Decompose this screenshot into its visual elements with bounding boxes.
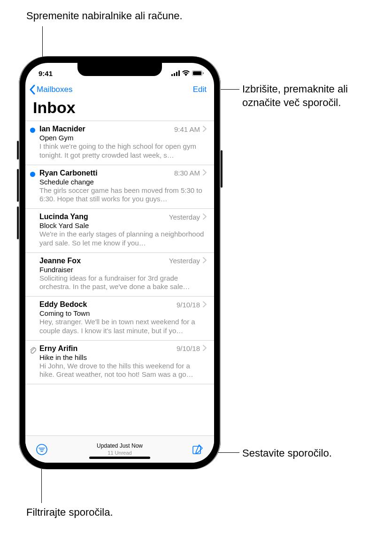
filter-icon [36, 443, 48, 456]
callout-filter: Filtrirajte sporočila. [26, 506, 113, 519]
home-indicator[interactable] [89, 457, 150, 459]
side-button [221, 150, 223, 188]
message-time: Yesterday [169, 257, 200, 265]
status-time: 9:41 [38, 69, 53, 77]
silent-switch [17, 141, 19, 160]
sender-name: Erny Arifin [39, 344, 77, 353]
chevron-right-icon [203, 257, 207, 265]
svg-rect-3 [178, 70, 180, 76]
chevron-right-icon [203, 213, 207, 221]
message-time: 9:41 AM [174, 125, 200, 133]
compose-button[interactable] [191, 442, 205, 457]
attachment-icon [29, 346, 36, 356]
message-preview: The girls soccer game has been moved fro… [39, 186, 207, 204]
message-row[interactable]: Ian Macnider9:41 AMOpen GymI think we're… [25, 121, 214, 165]
message-subject: Hike in the hills [39, 353, 207, 361]
back-mailboxes-button[interactable]: Mailboxes [29, 84, 73, 95]
row-header: Eddy Bedock9/10/18 [39, 300, 207, 309]
row-meta: 9:41 AM [174, 125, 207, 133]
row-header: Ryan Carbonetti8:30 AM [39, 169, 207, 177]
svg-rect-6 [203, 72, 204, 74]
chevron-right-icon [203, 125, 207, 133]
message-subject: Coming to Town [39, 309, 207, 317]
message-preview: We're in the early stages of planning a … [39, 230, 207, 248]
notch [77, 63, 162, 76]
row-header: Ian Macnider9:41 AM [39, 125, 207, 133]
volume-down [17, 206, 19, 239]
updated-line: Updated Just Now [97, 442, 143, 450]
page-title: Inbox [25, 97, 214, 121]
message-preview: Hey, stranger. We'll be in town next wee… [39, 318, 207, 336]
sender-name: Jeanne Fox [39, 257, 81, 265]
message-row[interactable]: Ryan Carbonetti8:30 AMSchedule changeThe… [25, 165, 214, 209]
edit-button[interactable]: Edit [193, 85, 207, 94]
wifi-icon [182, 70, 190, 76]
message-time: 9/10/18 [177, 344, 200, 352]
callout-compose: Sestavite sporočilo. [242, 447, 332, 460]
message-time: 8:30 AM [174, 169, 200, 177]
row-header: Jeanne FoxYesterday [39, 257, 207, 265]
message-row[interactable]: Erny Arifin9/10/18Hike in the hillsHi Jo… [25, 341, 214, 385]
chevron-right-icon [203, 169, 207, 177]
row-meta: 9/10/18 [177, 301, 207, 309]
back-label: Mailboxes [37, 85, 73, 94]
row-meta: 8:30 AM [174, 169, 207, 177]
chevron-right-icon [203, 344, 207, 352]
message-time: 9/10/18 [177, 301, 200, 309]
battery-icon [192, 70, 204, 76]
nav-bar: Mailboxes Edit [25, 84, 214, 97]
svg-rect-0 [171, 74, 173, 76]
compose-icon [192, 443, 204, 456]
message-list[interactable]: Ian Macnider9:41 AMOpen GymI think we're… [25, 121, 214, 435]
callout-change-mailboxes: Spremenite nabiralnike ali račune. [26, 9, 183, 23]
status-icons [171, 70, 204, 76]
row-meta: Yesterday [169, 213, 207, 221]
row-meta: 9/10/18 [177, 344, 207, 352]
toolbar-status: Updated Just Now 11 Unread [97, 442, 143, 457]
sender-name: Ryan Carbonetti [39, 169, 98, 177]
message-subject: Fundraiser [39, 266, 207, 274]
message-row[interactable]: Eddy Bedock9/10/18Coming to TownHey, str… [25, 297, 214, 341]
unread-count: 11 Unread [97, 450, 143, 456]
row-header: Lucinda YangYesterday [39, 213, 207, 221]
message-subject: Open Gym [39, 134, 207, 142]
svg-rect-1 [174, 73, 175, 76]
sender-name: Eddy Bedock [39, 300, 87, 309]
unread-dot-icon [30, 128, 35, 133]
sender-name: Lucinda Yang [39, 213, 88, 221]
message-time: Yesterday [169, 213, 200, 221]
svg-rect-5 [193, 71, 201, 75]
cellular-icon [171, 70, 180, 76]
unread-dot-icon [30, 172, 35, 177]
filter-button[interactable] [35, 442, 49, 457]
phone-frame: 9:41 Mailboxes Edit Inbox Ian Macnider9:… [19, 56, 221, 469]
message-preview: Hi John, We drove to the hills this week… [39, 362, 207, 380]
row-meta: Yesterday [169, 257, 207, 265]
message-row[interactable]: Jeanne FoxYesterdayFundraiserSoliciting … [25, 253, 214, 297]
chevron-right-icon [203, 301, 207, 309]
message-subject: Block Yard Sale [39, 221, 207, 229]
svg-rect-2 [176, 72, 177, 76]
callout-edit: Izbrišite, premaknite ali označite več s… [242, 83, 383, 109]
sender-name: Ian Macnider [39, 125, 85, 133]
row-header: Erny Arifin9/10/18 [39, 344, 207, 353]
message-preview: I think we're going to the high school f… [39, 142, 207, 160]
volume-up [17, 169, 19, 202]
message-row[interactable]: Lucinda YangYesterdayBlock Yard SaleWe'r… [25, 209, 214, 253]
chevron-left-icon [29, 84, 36, 95]
screen: 9:41 Mailboxes Edit Inbox Ian Macnider9:… [25, 63, 214, 463]
message-preview: Soliciting ideas for a fundraiser for 3r… [39, 274, 207, 292]
message-subject: Schedule change [39, 178, 207, 186]
